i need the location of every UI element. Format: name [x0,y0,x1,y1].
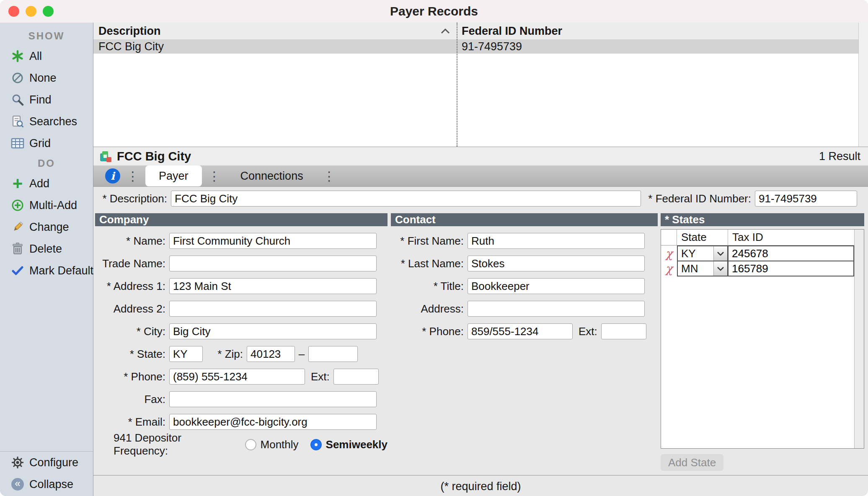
trash-icon [8,243,28,255]
delete-state-icon[interactable]: χ [661,247,677,261]
tax-id-field[interactable] [728,261,854,276]
state-select[interactable]: MN [677,261,728,276]
trade-name-field[interactable] [169,256,377,271]
main-area: Description Federal ID Number FCC Big Ci… [93,23,868,496]
results-scrollbar[interactable] [858,23,868,147]
title-label: * Title: [391,280,464,293]
zoom-window-button[interactable] [43,6,54,17]
contact-title-field[interactable] [468,278,645,294]
contact-ext-field[interactable] [601,323,646,339]
description-field[interactable] [171,191,641,207]
sidebar-item-label: Searches [29,115,77,128]
semiweekly-radio[interactable] [310,439,322,450]
column-header-description[interactable]: Description [93,23,457,39]
contact-section: Contact * First Name: * Last Name: * Tit… [391,213,658,339]
tax-id-field[interactable] [728,245,854,261]
last-name-field[interactable] [468,256,645,271]
sidebar-item-label: Configure [29,456,78,469]
asterisk-icon [8,50,28,62]
company-ext-field[interactable] [333,369,379,385]
tab-separator-icon: ⋮ [127,169,139,183]
states-header-row: State Tax ID [661,230,854,245]
sidebar-item-label: Grid [29,137,51,150]
chevron-down-icon[interactable] [713,261,727,276]
contact-phone-label: * Phone: [391,325,464,338]
info-icon[interactable]: i [105,168,120,183]
state-field[interactable] [169,346,203,362]
states-scrollbar[interactable] [854,230,864,448]
sidebar-item-mark-default[interactable]: Mark Default [0,260,93,282]
state-row: χ MN [661,261,854,276]
company-phone-field[interactable] [169,369,305,385]
company-phone-label: * Phone: [95,370,165,383]
column-label: Description [98,25,161,38]
table-row[interactable]: FCC Big City 91-7495739 [93,39,868,54]
semiweekly-radio-label: Semiweekly [326,438,388,451]
sidebar-item-collapse[interactable]: « Collapse [0,473,93,495]
federal-id-field[interactable] [755,191,857,207]
email-field[interactable] [169,414,377,430]
address1-field[interactable] [169,278,377,294]
window-controls [8,6,54,17]
sidebar-item-label: Mark Default [29,264,93,277]
column-header-federal-id[interactable]: Federal ID Number [457,25,868,38]
sidebar-item-searches[interactable]: Searches [0,111,93,132]
address2-field[interactable] [169,301,377,317]
states-section-header: * States [661,213,864,226]
close-window-button[interactable] [8,6,19,17]
sidebar-item-label: Change [29,221,69,234]
zip-field[interactable] [247,346,295,362]
bottom-divider [93,475,868,475]
state-label: * State: [95,348,165,361]
trade-name-label: Trade Name: [95,257,165,270]
tax-id-column-header: Tax ID [728,230,854,245]
add-state-button[interactable]: Add State [661,454,723,471]
record-header: FCC Big City 1 Result [93,147,868,166]
results-table: Description Federal ID Number FCC Big Ci… [93,23,868,147]
sidebar-item-configure[interactable]: Configure [0,452,93,473]
sidebar-item-find[interactable]: Find [0,89,93,111]
fax-field[interactable] [169,391,377,407]
sidebar-item-multi-add[interactable]: Multi-Add [0,194,93,216]
company-name-field[interactable] [169,233,377,249]
radio-monthly: Monthly [245,438,299,451]
chevron-down-icon[interactable] [713,246,727,261]
contact-address-field[interactable] [468,301,645,317]
zip-plus4-field[interactable] [308,346,358,362]
city-field[interactable] [169,323,377,339]
sidebar-item-none[interactable]: None [0,67,93,89]
sidebar-item-label: Delete [29,243,62,256]
results-body: FCC Big City 91-7495739 [93,39,868,147]
address2-label: Address 2: [95,302,165,315]
sidebar-item-add[interactable]: + Add [0,173,93,194]
depositor-frequency-label: 941 Depositor Frequency: [114,431,231,457]
monthly-radio[interactable] [245,439,256,450]
states-icon-column-header [661,230,677,245]
last-name-label: * Last Name: [391,257,464,270]
state-select[interactable]: KY [677,245,728,261]
delete-state-icon[interactable]: χ [661,262,677,276]
tab-connections[interactable]: Connections [227,165,317,186]
monthly-radio-label: Monthly [261,438,299,451]
gear-icon [8,456,28,469]
circle-plus-icon [8,199,28,212]
city-label: * City: [95,325,165,338]
sidebar-item-label: Find [29,93,52,106]
minimize-window-button[interactable] [26,6,36,17]
sidebar-item-delete[interactable]: Delete [0,238,93,260]
description-label: * Description: [95,192,167,205]
sidebar: SHOW All None Find [0,23,93,496]
check-icon [8,266,28,276]
sidebar-item-all[interactable]: All [0,45,93,67]
tab-payer[interactable]: Payer [145,165,202,186]
tab-separator-icon: ⋮ [208,169,221,183]
first-name-field[interactable] [468,233,645,249]
sidebar-item-grid[interactable]: Grid [0,132,93,154]
sidebar-item-change[interactable]: Change [0,216,93,238]
contact-section-header: Contact [391,213,658,226]
cell-federal-id: 91-7495739 [457,40,868,53]
required-field-note: (* required field) [93,480,868,493]
contact-phone-field[interactable] [468,323,573,339]
saved-search-icon [8,115,28,128]
sidebar-footer: Configure « Collapse [0,451,93,496]
